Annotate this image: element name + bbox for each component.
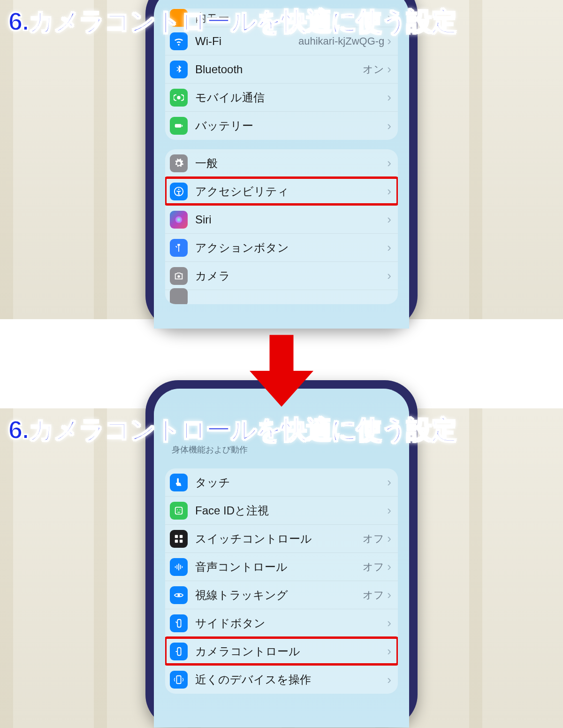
- camctrl-icon: [170, 643, 188, 660]
- faceid-icon: [170, 502, 188, 520]
- chevron-right-icon: ›: [387, 268, 391, 283]
- svg-point-4: [178, 189, 180, 190]
- chevron-right-icon: ›: [387, 503, 391, 518]
- svg-point-10: [180, 509, 181, 510]
- svg-rect-2: [182, 125, 183, 127]
- overlay-title-top: 6.カメラコントロールを快適に使う設定: [8, 5, 456, 39]
- accessibility-row-switch[interactable]: スイッチコントロールオフ›: [165, 525, 398, 553]
- antenna-icon: [170, 89, 188, 107]
- row-label: カメラ: [195, 268, 387, 284]
- chevron-right-icon: ›: [387, 559, 391, 574]
- accessibility-row-camctrl[interactable]: カメラコントロール›: [165, 637, 398, 666]
- row-label: スイッチコントロール: [195, 531, 363, 546]
- accessibility-row-voice[interactable]: 音声コントロールオフ›: [165, 553, 398, 581]
- chevron-right-icon: ›: [387, 240, 391, 255]
- camera-icon: [170, 267, 188, 285]
- chevron-right-icon: ›: [387, 90, 391, 105]
- row-label: アクセシビリティ: [195, 184, 387, 199]
- svg-marker-7: [250, 335, 313, 407]
- svg-rect-16: [177, 619, 181, 627]
- svg-rect-17: [177, 647, 181, 655]
- row-label: バッテリー: [195, 118, 387, 133]
- svg-point-15: [177, 594, 180, 597]
- accessibility-row-faceid[interactable]: Face IDと注視›: [165, 497, 398, 525]
- row-label: Bluetooth: [195, 63, 363, 76]
- action-icon: [170, 239, 188, 257]
- row-label: カメラコントロール: [195, 644, 387, 659]
- overlay-title-bottom: 6.カメラコントロールを快適に使う設定: [8, 413, 456, 447]
- svg-point-5: [175, 216, 183, 223]
- svg-rect-1: [175, 124, 182, 127]
- settings-row-siri[interactable]: Siri›: [165, 206, 398, 234]
- svg-rect-14: [180, 539, 183, 542]
- sidebtn-icon: [170, 614, 188, 632]
- battery-icon: [170, 117, 188, 135]
- row-label: 近くのデバイスを操作: [195, 672, 387, 687]
- accessibility-row-eyetrack[interactable]: 視線トラッキングオフ›: [165, 581, 398, 609]
- settings-group-general: 一般›アクセシビリティ›Siri›アクションボタン›カメラ›: [165, 149, 398, 304]
- row-label: アクションボタン: [195, 240, 387, 255]
- row-value: オフ: [363, 532, 384, 546]
- settings-row-accessibility[interactable]: アクセシビリティ›: [165, 177, 398, 206]
- chevron-right-icon: ›: [387, 616, 391, 630]
- svg-point-9: [177, 509, 178, 510]
- accessibility-icon: [170, 183, 188, 200]
- accessibility-row-sidebtn[interactable]: サイドボタン›: [165, 609, 398, 637]
- row-label: 音声コントロール: [195, 559, 363, 575]
- row-label: 一般: [195, 156, 387, 171]
- svg-rect-11: [175, 535, 178, 537]
- row-label: Face IDと注視: [195, 503, 387, 518]
- svg-rect-18: [176, 676, 181, 684]
- settings-row-action[interactable]: アクションボタン›: [165, 234, 398, 262]
- nearby-icon: [170, 671, 188, 689]
- svg-point-6: [177, 275, 180, 278]
- chevron-right-icon: ›: [387, 475, 391, 490]
- row-value: オフ: [363, 588, 384, 602]
- voice-icon: [170, 558, 188, 576]
- row-label: サイドボタン: [195, 616, 387, 631]
- row-label: タッチ: [195, 475, 387, 490]
- settings-row-battery[interactable]: バッテリー›: [165, 112, 398, 140]
- gear-icon: [170, 154, 188, 172]
- settings-row-antenna[interactable]: モバイル通信›: [165, 84, 398, 112]
- settings-row-camera[interactable]: カメラ›: [165, 262, 398, 290]
- chevron-right-icon: ›: [387, 673, 391, 687]
- touch-icon: [170, 474, 188, 491]
- chevron-right-icon: ›: [387, 184, 391, 199]
- row-label: モバイル通信: [195, 90, 387, 105]
- chevron-right-icon: ›: [387, 644, 391, 659]
- row-label: 視線トラッキング: [195, 588, 363, 603]
- svg-rect-8: [175, 507, 183, 514]
- arrow-down-icon: [242, 331, 321, 411]
- settings-row-gear[interactable]: 一般›: [165, 149, 398, 177]
- accessibility-row-touch[interactable]: タッチ›: [165, 468, 398, 497]
- chevron-right-icon: ›: [387, 588, 391, 602]
- chevron-right-icon: ›: [387, 119, 391, 133]
- settings-row-peek[interactable]: [165, 290, 398, 304]
- row-value: オン: [363, 62, 384, 77]
- siri-icon: [170, 211, 188, 229]
- switch-icon: [170, 530, 188, 548]
- panel-bottom: 6.カメラコントロールを快適に使う設定 身体機能および動作 タッチ›Face I…: [0, 408, 563, 728]
- bluetooth-icon: [170, 61, 188, 78]
- panel-top: 6.カメラコントロールを快適に使う設定 内モー›Wi-Fiauhikari-kj…: [0, 0, 563, 319]
- svg-rect-13: [175, 539, 178, 542]
- row-value: オフ: [363, 560, 384, 574]
- chevron-right-icon: ›: [387, 212, 391, 227]
- chevron-right-icon: ›: [387, 531, 391, 546]
- peek-icon: [170, 288, 188, 304]
- chevron-right-icon: ›: [387, 156, 391, 170]
- chevron-right-icon: ›: [387, 62, 391, 77]
- accessibility-group-physical: タッチ›Face IDと注視›スイッチコントロールオフ›音声コントロールオフ›視…: [165, 468, 398, 694]
- accessibility-row-nearby[interactable]: 近くのデバイスを操作›: [165, 666, 398, 694]
- row-label: Siri: [195, 213, 387, 226]
- svg-rect-12: [180, 535, 183, 537]
- eyetrack-icon: [170, 586, 188, 604]
- phone-frame-top: 内モー›Wi-Fiauhikari-kjZwQG-g›Bluetoothオン›モ…: [145, 0, 418, 329]
- settings-row-bluetooth[interactable]: Bluetoothオン›: [165, 55, 398, 84]
